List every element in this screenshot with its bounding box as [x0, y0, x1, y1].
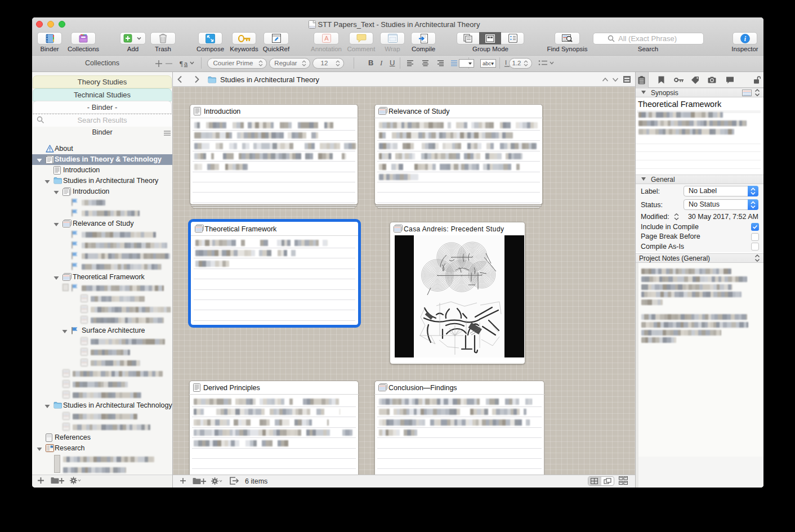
svg-text:¶: ¶: [180, 59, 183, 68]
svg-text:a: a: [184, 60, 188, 67]
svg-text:I: I: [505, 59, 507, 66]
svg-text:A: A: [324, 35, 329, 42]
